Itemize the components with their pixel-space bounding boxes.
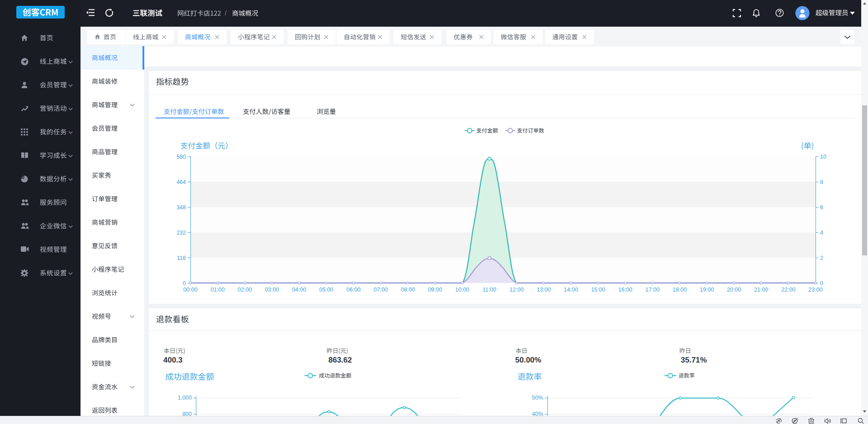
- svg-text:21:00: 21:00: [754, 287, 768, 293]
- svg-text:23:00: 23:00: [808, 287, 822, 293]
- svg-text:17:00: 17:00: [645, 287, 659, 293]
- svg-text:116: 116: [177, 255, 186, 261]
- svg-text:07:00: 07:00: [374, 287, 388, 293]
- svg-text:0: 0: [820, 280, 823, 287]
- svg-text:10: 10: [820, 154, 826, 160]
- svg-text:12:00: 12:00: [509, 287, 523, 293]
- svg-text:02:00: 02:00: [238, 287, 252, 293]
- svg-text:0: 0: [183, 280, 186, 287]
- svg-text:15:00: 15:00: [591, 287, 605, 293]
- svg-text:20:00: 20:00: [727, 287, 741, 293]
- svg-text:06:00: 06:00: [346, 287, 360, 293]
- svg-text:4: 4: [820, 230, 823, 236]
- svg-text:464: 464: [176, 179, 186, 185]
- svg-text:03:00: 03:00: [265, 287, 279, 293]
- svg-text:10:00: 10:00: [455, 287, 469, 293]
- svg-text:348: 348: [176, 204, 186, 211]
- svg-text:2: 2: [820, 255, 823, 261]
- svg-text:11:00: 11:00: [483, 287, 496, 293]
- svg-text:16:00: 16:00: [618, 287, 632, 293]
- svg-text:22:00: 22:00: [781, 287, 795, 293]
- svg-text:19:00: 19:00: [700, 287, 714, 293]
- svg-text:18:00: 18:00: [673, 287, 687, 293]
- svg-text:14:00: 14:00: [564, 287, 578, 293]
- svg-text:05:00: 05:00: [319, 287, 333, 293]
- svg-text:1,000: 1,000: [178, 395, 192, 401]
- svg-text:8: 8: [820, 179, 823, 185]
- svg-text:232: 232: [176, 230, 186, 236]
- svg-text:01:00: 01:00: [210, 287, 224, 293]
- svg-text:08:00: 08:00: [401, 287, 415, 293]
- svg-text:6: 6: [820, 204, 823, 211]
- svg-text:00:00: 00:00: [183, 287, 197, 293]
- svg-text:09:00: 09:00: [428, 287, 442, 293]
- svg-text:580: 580: [176, 154, 186, 160]
- svg-text:04:00: 04:00: [292, 287, 306, 293]
- svg-text:13:00: 13:00: [536, 287, 550, 293]
- svg-text:50%: 50%: [532, 395, 543, 401]
